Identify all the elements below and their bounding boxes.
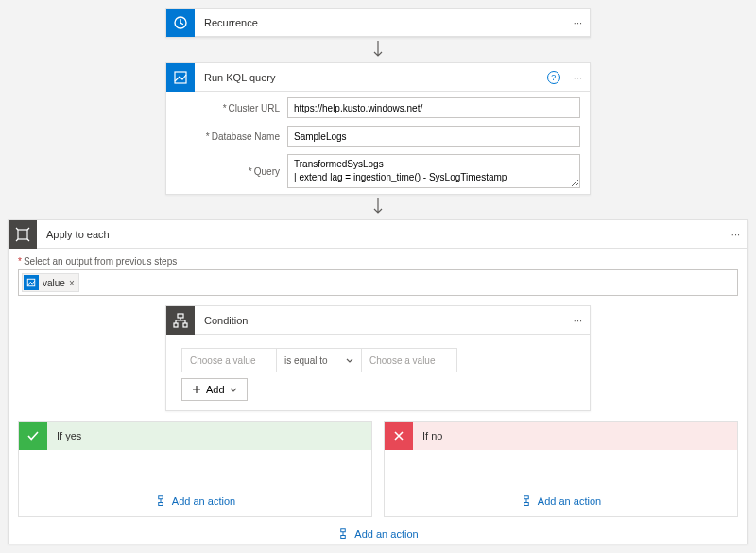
svg-rect-6 [183, 323, 187, 327]
token-label: value [43, 278, 65, 288]
check-icon [19, 422, 47, 450]
loop-icon [9, 220, 37, 249]
kql-icon [166, 63, 195, 92]
cluster-url-input[interactable] [287, 97, 580, 118]
arrow-down-icon [372, 38, 384, 62]
condition-title: Condition [195, 315, 566, 326]
recurrence-title: Recurrence [195, 17, 566, 28]
condition-operator-select[interactable]: is equal to [277, 349, 362, 372]
apply-to-each-title: Apply to each [37, 229, 724, 240]
close-icon [385, 422, 413, 450]
select-output-input[interactable]: value × [18, 269, 738, 296]
select-output-label: Select an output from previous steps [18, 256, 738, 267]
kql-icon [24, 275, 39, 290]
arrow-down-icon [372, 195, 384, 219]
svg-rect-8 [159, 503, 163, 506]
svg-rect-7 [159, 496, 163, 499]
remove-token-icon[interactable]: × [69, 278, 75, 288]
svg-rect-5 [174, 323, 178, 327]
if-yes-branch: If yes Add an action [18, 421, 372, 517]
query-input[interactable]: TransformedSysLogs | extend lag = ingest… [287, 154, 580, 188]
svg-rect-11 [341, 529, 346, 532]
chevron-down-icon [230, 388, 237, 392]
condition-right-input[interactable]: Choose a value [362, 349, 456, 372]
action-icon [521, 495, 532, 507]
add-action-link[interactable]: Add an action [337, 528, 418, 540]
more-icon[interactable]: ··· [724, 229, 747, 240]
svg-rect-9 [524, 496, 529, 499]
action-icon [155, 495, 166, 507]
kql-card[interactable]: Run KQL query ? ··· Cluster URL Database… [165, 62, 591, 195]
svg-rect-10 [524, 503, 529, 506]
chevron-down-icon [346, 358, 353, 363]
add-action-link[interactable]: Add an action [155, 495, 235, 507]
add-condition-button[interactable]: Add [181, 378, 248, 401]
clock-icon [166, 9, 195, 37]
kql-title: Run KQL query [195, 72, 547, 83]
recurrence-card[interactable]: Recurrence ··· [165, 8, 591, 38]
svg-rect-2 [18, 230, 27, 239]
action-icon [337, 528, 349, 540]
more-icon[interactable]: ··· [566, 72, 590, 83]
database-name-label: Database Name [176, 131, 280, 142]
plus-icon [192, 385, 201, 394]
svg-rect-12 [341, 536, 346, 539]
info-icon[interactable]: ? [547, 71, 560, 84]
if-yes-title: If yes [47, 430, 371, 441]
condition-left-input[interactable]: Choose a value [182, 349, 277, 372]
condition-icon [166, 306, 195, 335]
svg-rect-4 [178, 314, 183, 318]
more-icon[interactable]: ··· [566, 17, 590, 28]
database-name-input[interactable] [287, 126, 580, 147]
apply-to-each-card: Apply to each ··· Select an output from … [8, 219, 748, 544]
condition-card[interactable]: Condition ··· Choose a value is equal to… [165, 305, 591, 411]
if-no-title: If no [413, 430, 737, 441]
add-action-link[interactable]: Add an action [521, 495, 601, 507]
if-no-branch: If no Add an action [384, 421, 738, 517]
query-label: Query [176, 166, 280, 177]
cluster-url-label: Cluster URL [176, 103, 280, 113]
more-icon[interactable]: ··· [566, 315, 590, 326]
value-token[interactable]: value × [22, 273, 79, 292]
